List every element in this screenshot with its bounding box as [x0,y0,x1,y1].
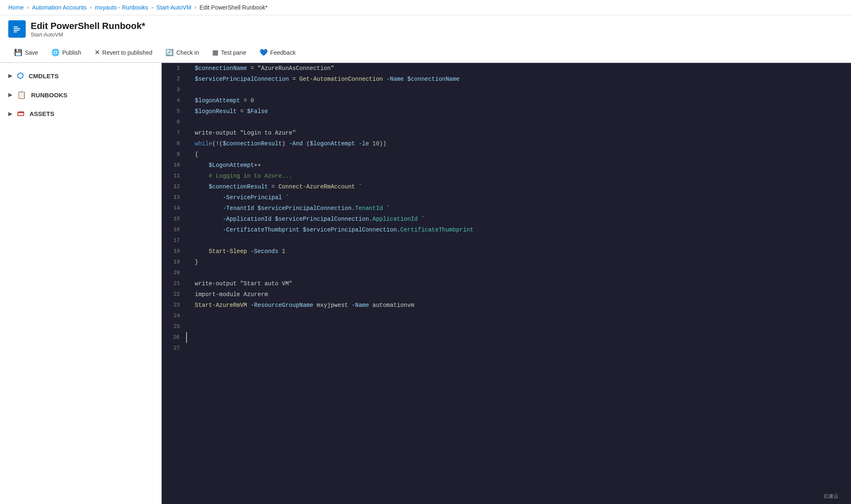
breadcrumb-sep-4: › [194,5,196,10]
breadcrumb-home[interactable]: Home [8,4,24,11]
powershell-icon [12,24,22,34]
runbooks-expand-icon: ▶ [8,92,12,98]
publish-icon: 🌐 [51,48,60,56]
cmdlets-icon: ⬡ [17,71,24,80]
cmdlets-label: CMDLETS [29,72,59,80]
code-table: 1$connectionName = "AzureRunAsConnection… [162,63,851,354]
code-line-12: 12 $connectionResult = Connect-AzureRmAc… [162,181,851,192]
save-icon: 💾 [14,48,22,56]
code-line-7: 7write-output "Login to Azure" [162,128,851,138]
code-line-8: 8while(!($connectionResult) -And ($logon… [162,138,851,149]
svg-marker-2 [14,30,19,31]
save-label: Save [25,49,38,56]
svg-marker-0 [14,27,18,27]
code-line-9: 9{ [162,149,851,160]
code-line-24: 24 [162,311,851,321]
testpane-label: Test pane [221,49,246,56]
breadcrumb-current: Edit PowerShell Runbook* [199,4,267,11]
sidebar-item-cmdlets[interactable]: ▶ ⬡ CMDLETS [0,66,161,85]
runbook-icon [8,20,26,38]
save-button[interactable]: 💾 Save [8,45,44,60]
breadcrumb-sep-3: › [151,5,153,10]
code-line-15: 15 -ApplicationId $servicePrincipalConne… [162,214,851,224]
code-line-13: 13 -ServicePrincipal ` [162,192,851,203]
publish-button[interactable]: 🌐 Publish [46,45,87,60]
breadcrumb-sep-2: › [90,5,92,10]
testpane-icon: ▦ [212,48,218,56]
sidebar: ▶ ⬡ CMDLETS ▶ 📋 RUNBOOKS ▶ 🗃 ASSETS [0,63,162,504]
breadcrumb-start-autovm[interactable]: Start-AutoVM [156,4,191,11]
revert-button[interactable]: ✕ Revert to published [89,45,158,60]
code-line-2: 2$servicePrincipalConnection = Get-Autom… [162,74,851,84]
code-line-1: 1$connectionName = "AzureRunAsConnection… [162,63,851,74]
code-line-27: 27 [162,343,851,354]
page-subtitle: Start-AutoVM [31,31,145,38]
code-line-4: 4$logonAttempt = 0 [162,95,851,106]
publish-label: Publish [62,49,81,56]
feedback-button[interactable]: 💙 Feedback [254,45,301,60]
sidebar-item-runbooks[interactable]: ▶ 📋 RUNBOOKS [0,85,161,104]
assets-icon: 🗃 [17,109,24,118]
breadcrumb: Home › Automation Accounts › mxyauto - R… [0,0,851,15]
code-line-5: 5$logonResult = $False [162,106,851,117]
feedback-icon: 💙 [259,48,268,56]
feedback-label: Feedback [270,49,296,56]
testpane-button[interactable]: ▦ Test pane [206,45,252,60]
revert-label: Revert to published [102,49,153,56]
svg-marker-3 [14,31,17,32]
code-line-14: 14 -TenantId $servicePrincipalConnection… [162,203,851,214]
checkin-label: Check in [176,49,199,56]
runbooks-icon: 📋 [17,90,26,99]
code-line-19: 19} [162,257,851,268]
svg-marker-1 [14,28,20,29]
code-line-23: 23Start-AzureRmVM -ResourceGroupName mxy… [162,300,851,311]
breadcrumb-automation-accounts[interactable]: Automation Accounts [32,4,87,11]
watermark: 亿速云 [824,493,839,500]
code-line-21: 21write-output "Start auto VM" [162,278,851,289]
code-line-16: 16 -CertificateThumbprint $servicePrinci… [162,224,851,235]
cmdlets-expand-icon: ▶ [8,73,12,79]
code-line-11: 11 # Logging in to Azure... [162,171,851,181]
code-line-25: 25 [162,321,851,332]
page-header: Edit PowerShell Runbook* Start-AutoVM [0,15,851,43]
revert-icon: ✕ [95,48,100,56]
sidebar-item-assets[interactable]: ▶ 🗃 ASSETS [0,104,161,123]
code-line-20: 20 [162,268,851,278]
code-line-26: 26 [162,332,851,343]
code-line-3: 3 [162,84,851,95]
checkin-button[interactable]: 🔄 Check in [160,45,204,60]
assets-expand-icon: ▶ [8,111,12,117]
code-line-18: 18 Start-Sleep -Seconds 1 [162,246,851,257]
breadcrumb-runbooks[interactable]: mxyauto - Runbooks [95,4,148,11]
checkin-icon: 🔄 [165,48,174,56]
code-editor[interactable]: 1$connectionName = "AzureRunAsConnection… [162,63,851,504]
page-header-text: Edit PowerShell Runbook* Start-AutoVM [31,21,145,38]
code-line-10: 10 $LogonAttempt++ [162,160,851,171]
main-layout: ▶ ⬡ CMDLETS ▶ 📋 RUNBOOKS ▶ 🗃 ASSETS 1$co… [0,63,851,504]
code-line-17: 17 [162,235,851,246]
code-line-22: 22import-module Azurerm [162,289,851,300]
breadcrumb-sep-1: › [27,5,29,10]
code-line-6: 6 [162,117,851,128]
runbooks-label: RUNBOOKS [31,92,68,99]
assets-label: ASSETS [29,110,54,117]
page-title: Edit PowerShell Runbook* [31,21,145,31]
toolbar: 💾 Save 🌐 Publish ✕ Revert to published 🔄… [0,43,851,63]
